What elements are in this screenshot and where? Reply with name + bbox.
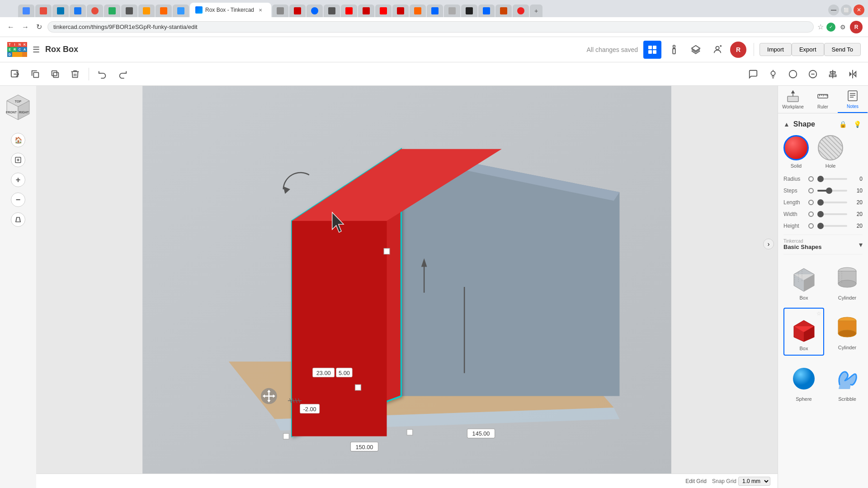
edit-grid-button[interactable]: Edit Grid (685, 478, 707, 484)
length-dot[interactable] (808, 200, 814, 205)
svg-line-37 (19, 217, 20, 222)
shape-item-box-grey[interactable]: Box (783, 258, 824, 304)
svg-line-36 (16, 217, 17, 222)
dropdown-chevron-icon: ▾ (859, 240, 863, 249)
height-dot[interactable] (808, 223, 814, 229)
address-bar[interactable]: tinkercad.com/things/9FBOR1eSGpR-funky-s… (47, 21, 814, 33)
mirror-button[interactable] (844, 66, 861, 82)
radius-slider[interactable] (817, 178, 847, 180)
export-button[interactable]: Export (792, 43, 824, 56)
lock-icon[interactable]: 🔒 (837, 119, 848, 130)
toolbar-right (745, 66, 861, 82)
library-name: Basic Shapes (783, 244, 822, 250)
extensions-button[interactable]: ⚙ (838, 23, 847, 32)
tab-title: Rox Box - Tinkercad (205, 7, 254, 13)
steps-dot[interactable] (808, 188, 814, 193)
shape-panel: ▲ Shape 🔒 💡 Solid (778, 113, 868, 488)
nav-cube[interactable]: TOP FRONT RIGHT (0, 91, 36, 127)
ruler-tab[interactable]: Ruler (808, 86, 838, 113)
refresh-button[interactable]: ↻ (34, 21, 44, 33)
steps-property: Steps 10 (783, 188, 863, 194)
height-slider[interactable] (817, 225, 847, 227)
user-avatar[interactable]: R (730, 42, 746, 58)
menu-icon[interactable]: ☰ (33, 45, 40, 55)
svg-point-112 (793, 368, 815, 389)
layers-button[interactable] (687, 41, 705, 59)
workplane-tab[interactable]: Workplane (778, 86, 808, 113)
svg-point-103 (838, 280, 856, 287)
steps-slider[interactable] (817, 190, 847, 192)
svg-rect-13 (33, 72, 38, 77)
account-button[interactable] (708, 41, 726, 59)
copy-button[interactable] (27, 66, 43, 82)
steps-value: 10 (849, 188, 863, 194)
shape-item-sphere-blue[interactable]: Sphere (783, 359, 824, 405)
hole-option[interactable]: Hole (818, 135, 843, 169)
zoom-in-button[interactable]: + (11, 173, 25, 187)
grid-view-button[interactable] (643, 41, 661, 59)
notes-tab[interactable]: Notes (838, 86, 868, 113)
lightbulb-shape-icon[interactable]: 💡 (852, 119, 863, 130)
cylinder-orange-thumb (831, 311, 863, 343)
logo-cell-e: E (7, 47, 12, 52)
zoom-out-button[interactable]: − (11, 192, 25, 207)
home-view-button[interactable]: 🏠 (11, 133, 25, 147)
shape-item-cylinder-grey[interactable]: Cylinder (828, 258, 867, 304)
shape-outline-button[interactable] (785, 66, 801, 82)
comment-button[interactable] (745, 66, 761, 82)
shape-item-box-red[interactable]: ☆ Box (783, 308, 824, 356)
profile-avatar[interactable]: R (850, 21, 863, 33)
radius-dot[interactable] (808, 176, 814, 182)
scribble-label: Scribble (838, 396, 856, 402)
undo-button[interactable] (94, 66, 111, 82)
svg-point-111 (838, 330, 856, 337)
svg-rect-15 (53, 72, 58, 77)
active-tab[interactable]: Rox Box - Tinkercad ✕ (190, 3, 271, 17)
collapse-button[interactable]: ▲ (783, 121, 790, 128)
left-panel: TOP FRONT RIGHT 🏠 + (0, 86, 36, 488)
fit-view-button[interactable] (11, 153, 25, 167)
duplicate-button[interactable] (47, 66, 63, 82)
solid-option[interactable]: Solid (783, 135, 809, 169)
shape-library-selector[interactable]: Tinkercad Basic Shapes ▾ (783, 235, 863, 254)
canvas-area[interactable]: 23.00 5.00 -2.00 145.00 150.00 0.00 (36, 86, 778, 488)
length-slider[interactable] (817, 202, 847, 203)
shape-item-scribble[interactable]: Scribble (828, 359, 867, 405)
sendto-button[interactable]: Send To (824, 43, 861, 56)
solid-preview (783, 135, 809, 160)
tab-close-button[interactable]: ✕ (259, 8, 262, 13)
delete-button[interactable] (67, 66, 83, 82)
width-slider[interactable] (817, 213, 847, 215)
redo-button[interactable] (114, 66, 131, 82)
security-check-icon: ✓ (826, 23, 835, 32)
radius-label: Radius (783, 176, 808, 182)
width-dot[interactable] (808, 211, 814, 217)
lightbulb-button[interactable] (765, 66, 781, 82)
forward-button[interactable]: → (20, 21, 31, 33)
perspective-button[interactable] (11, 212, 25, 227)
workplane-label: Workplane (782, 104, 804, 109)
svg-marker-84 (792, 91, 794, 93)
import-button[interactable]: Import (760, 43, 792, 56)
tinkercad-app: T I N K E R C A D ☰ Rox Box All changes … (0, 37, 868, 488)
nav-bar: ← → ↻ tinkercad.com/things/9FBOR1eSGpR-f… (0, 17, 868, 37)
length-property: Length 20 (783, 199, 863, 206)
svg-marker-46 (292, 221, 387, 436)
height-property: Height 20 (783, 223, 863, 229)
snap-grid-select[interactable]: 1.0 mm 0.5 mm 2.0 mm (738, 477, 770, 486)
panel-tab-bar: Workplane Ruler (778, 86, 868, 113)
logo-cell-k: K (22, 42, 27, 47)
svg-rect-51 (355, 385, 361, 390)
svg-rect-48 (384, 249, 390, 254)
back-button[interactable]: ← (5, 21, 16, 33)
svg-marker-24 (849, 71, 852, 76)
align-button[interactable] (825, 66, 841, 82)
tinkercad-logo: T I N K E R C A D (7, 42, 27, 57)
group-button[interactable] (805, 66, 821, 82)
new-shape-button[interactable] (7, 66, 24, 82)
shape-item-cylinder-orange[interactable]: Cylinder (828, 308, 867, 356)
svg-text:145.00: 145.00 (472, 430, 490, 437)
width-label: Width (783, 211, 808, 217)
bookmark-button[interactable]: ☆ (817, 23, 824, 31)
tools-button[interactable] (665, 41, 683, 59)
